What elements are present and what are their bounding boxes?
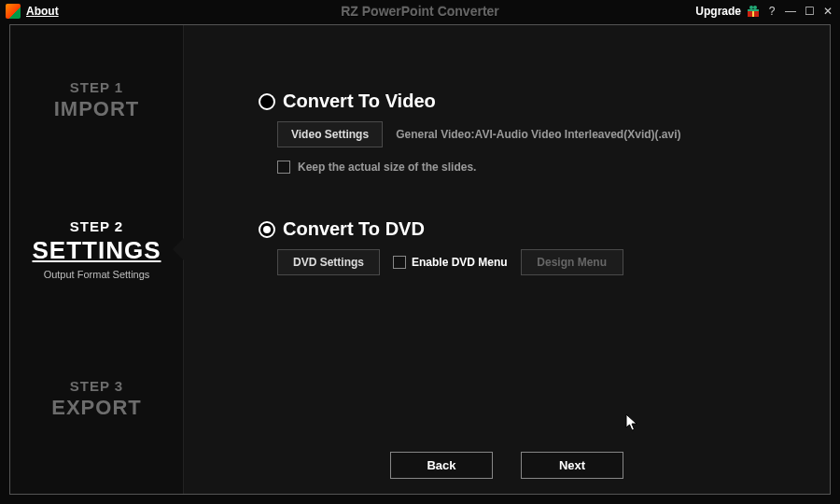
keep-size-checkbox[interactable] [277, 161, 290, 174]
option-label: Convert To DVD [283, 218, 425, 240]
video-format-info: General Video:AVI-Audio Video Interleave… [396, 128, 680, 141]
dvd-settings-button[interactable]: DVD Settings [277, 249, 380, 275]
svg-rect-2 [748, 9, 759, 11]
settings-panel: Convert To Video Video Settings General … [184, 25, 830, 494]
step-subtitle: Output Format Settings [44, 269, 150, 280]
step-settings[interactable]: STEP 2 SETTINGS Output Format Settings [10, 175, 183, 324]
maximize-icon[interactable]: ☐ [803, 5, 816, 18]
help-icon[interactable]: ? [765, 5, 778, 18]
step-export[interactable]: STEP 3 EXPORT [10, 324, 183, 473]
keep-size-label: Keep the actual size of the slides. [298, 161, 476, 174]
svg-point-4 [753, 6, 757, 9]
main-frame: STEP 1 IMPORT STEP 2 SETTINGS Output For… [9, 24, 831, 495]
radio-convert-to-video[interactable] [259, 93, 275, 110]
step-name: STEP 3 [70, 378, 123, 394]
enable-dvd-menu-checkbox[interactable] [393, 256, 406, 269]
titlebar: About RZ PowerPoint Converter Upgrade ? … [0, 0, 840, 22]
close-icon[interactable]: ✕ [821, 5, 834, 18]
option-convert-to-dvd[interactable]: Convert To DVD [259, 218, 792, 240]
minimize-icon[interactable]: — [784, 5, 797, 18]
step-title: IMPORT [54, 97, 140, 121]
step-name: STEP 2 [70, 218, 123, 234]
gift-icon[interactable] [747, 5, 760, 18]
dvd-settings-row: DVD Settings Enable DVD Menu Design Menu [277, 249, 792, 275]
radio-convert-to-dvd[interactable] [259, 221, 275, 238]
sidebar-steps: STEP 1 IMPORT STEP 2 SETTINGS Output For… [10, 25, 184, 494]
mouse-cursor-icon [625, 413, 640, 432]
next-button[interactable]: Next [521, 452, 623, 479]
titlebar-right: Upgrade ? — ☐ ✕ [695, 5, 834, 18]
app-icon [6, 4, 21, 19]
step-title: EXPORT [51, 396, 141, 420]
option-convert-to-video[interactable]: Convert To Video [259, 91, 792, 112]
upgrade-link[interactable]: Upgrade [695, 5, 741, 18]
option-label: Convert To Video [283, 91, 436, 112]
step-name: STEP 1 [70, 79, 123, 95]
video-settings-button[interactable]: Video Settings [277, 121, 383, 147]
enable-dvd-menu-label: Enable DVD Menu [412, 256, 508, 269]
keep-size-row: Keep the actual size of the slides. [277, 161, 792, 174]
svg-point-3 [749, 6, 753, 9]
design-menu-button[interactable]: Design Menu [521, 249, 623, 275]
about-link[interactable]: About [26, 5, 59, 18]
back-button[interactable]: Back [390, 452, 493, 479]
wizard-nav: Back Next [184, 452, 830, 479]
video-settings-row: Video Settings General Video:AVI-Audio V… [277, 121, 792, 147]
step-title: SETTINGS [32, 236, 161, 265]
step-import[interactable]: STEP 1 IMPORT [10, 25, 183, 175]
